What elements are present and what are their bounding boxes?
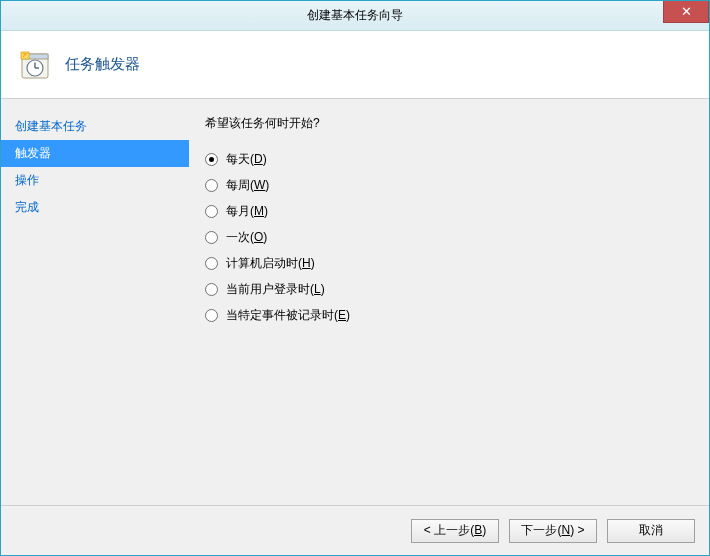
radio-icon — [205, 257, 218, 270]
wizard-sidebar: 创建基本任务触发器操作完成 — [1, 99, 189, 505]
next-label: 下一步(N) > — [521, 522, 584, 539]
back-button[interactable]: < 上一步(B) — [411, 519, 499, 543]
radio-label: 当特定事件被记录时(E) — [226, 307, 350, 324]
sidebar-step-0[interactable]: 创建基本任务 — [1, 113, 189, 140]
radio-label: 一次(O) — [226, 229, 267, 246]
page-title: 任务触发器 — [65, 55, 140, 74]
trigger-option-1[interactable]: 每周(W) — [205, 172, 689, 198]
radio-icon — [205, 153, 218, 166]
radio-label: 当前用户登录时(L) — [226, 281, 325, 298]
radio-icon — [205, 231, 218, 244]
content-area: 创建基本任务触发器操作完成 希望该任务何时开始? 每天(D)每周(W)每月(M)… — [1, 99, 709, 505]
sidebar-step-3[interactable]: 完成 — [1, 194, 189, 221]
trigger-option-6[interactable]: 当特定事件被记录时(E) — [205, 302, 689, 328]
sidebar-step-1[interactable]: 触发器 — [1, 140, 189, 167]
sidebar-step-2[interactable]: 操作 — [1, 167, 189, 194]
radio-label: 每天(D) — [226, 151, 267, 168]
radio-label: 每周(W) — [226, 177, 269, 194]
trigger-question: 希望该任务何时开始? — [205, 115, 689, 132]
radio-icon — [205, 205, 218, 218]
wizard-window: 创建基本任务向导 ✕ 任务触发器 创建基本任务触发器操作完成 希望该任务何时开始… — [0, 0, 710, 556]
trigger-option-2[interactable]: 每月(M) — [205, 198, 689, 224]
trigger-option-3[interactable]: 一次(O) — [205, 224, 689, 250]
cancel-button[interactable]: 取消 — [607, 519, 695, 543]
back-label: < 上一步(B) — [424, 522, 486, 539]
window-title: 创建基本任务向导 — [307, 7, 403, 24]
clock-task-icon — [19, 49, 51, 81]
radio-label: 计算机启动时(H) — [226, 255, 315, 272]
wizard-header: 任务触发器 — [1, 31, 709, 99]
trigger-option-5[interactable]: 当前用户登录时(L) — [205, 276, 689, 302]
radio-icon — [205, 309, 218, 322]
next-button[interactable]: 下一步(N) > — [509, 519, 597, 543]
titlebar: 创建基本任务向导 ✕ — [1, 1, 709, 31]
trigger-option-0[interactable]: 每天(D) — [205, 146, 689, 172]
trigger-option-4[interactable]: 计算机启动时(H) — [205, 250, 689, 276]
main-panel: 希望该任务何时开始? 每天(D)每周(W)每月(M)一次(O)计算机启动时(H)… — [189, 99, 709, 505]
cancel-label: 取消 — [639, 522, 663, 539]
radio-label: 每月(M) — [226, 203, 268, 220]
radio-icon — [205, 179, 218, 192]
wizard-footer: < 上一步(B) 下一步(N) > 取消 — [1, 505, 709, 555]
close-icon: ✕ — [681, 4, 692, 19]
close-button[interactable]: ✕ — [663, 1, 709, 23]
radio-icon — [205, 283, 218, 296]
